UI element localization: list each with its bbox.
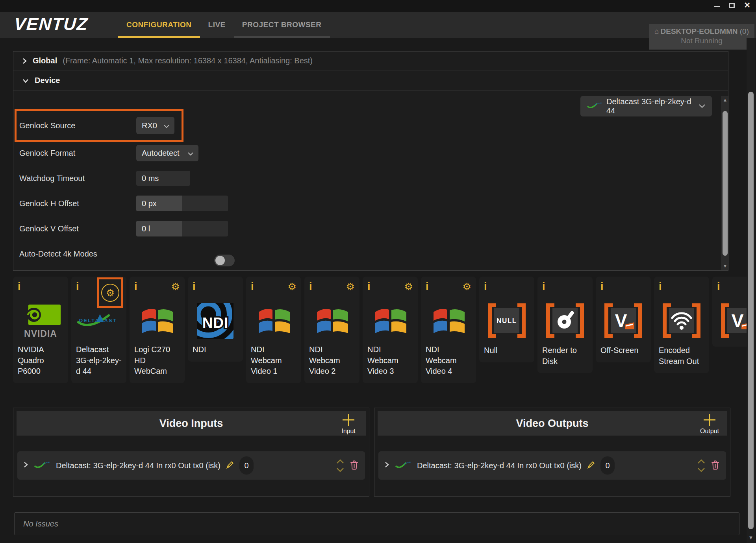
watchdog-timeout-input[interactable]: 0 ms [136, 171, 190, 186]
device-tile[interactable]: i V [712, 277, 747, 347]
chevron-down-icon[interactable] [336, 467, 345, 472]
section-global[interactable]: Global (Frame: Automatic 1, Max resoluti… [13, 52, 728, 70]
delete-trash-icon[interactable] [350, 460, 359, 471]
info-icon[interactable]: i [484, 281, 487, 292]
device-tile-label: NVIDIA Quadro P6000 [18, 344, 63, 377]
delete-trash-icon[interactable] [711, 460, 720, 471]
info-icon[interactable]: i [251, 281, 254, 292]
field-label: Genlock V Offset [19, 224, 79, 233]
device-selector-dropdown[interactable]: Deltacast 3G-elp-2key-d 44 [580, 96, 712, 116]
device-tile-ndi-webcam-video-4[interactable]: i⚙ NDI Webcam Video 4 [421, 277, 476, 383]
reorder-spinner[interactable] [336, 459, 345, 472]
settings-gear-icon[interactable]: ⚙ [346, 281, 355, 292]
settings-gear-icon[interactable]: ⚙ [463, 281, 471, 292]
settings-gear-button[interactable]: ⚙ [101, 284, 119, 302]
info-icon[interactable]: i [367, 281, 371, 292]
device-tile-null[interactable]: i NULLNull [479, 277, 534, 362]
info-icon[interactable]: i [134, 281, 137, 292]
info-icon[interactable]: i [542, 281, 545, 292]
scrollbar-thumb[interactable] [748, 92, 754, 529]
device-tile-ndi[interactable]: i NDI NDI [188, 277, 243, 362]
device-tile-nvidia-quadro-p6000[interactable]: i NVIDIANVIDIA Quadro P6000 [13, 277, 68, 383]
off-screen-icon: V [603, 303, 644, 340]
add-input-button[interactable]: Input [337, 413, 360, 435]
global-section-title: Global [33, 56, 57, 65]
minimize-icon[interactable] [714, 6, 720, 7]
section-device[interactable]: Device [13, 70, 728, 91]
info-icon[interactable]: i [309, 281, 312, 292]
device-tile-ndi-webcam-video-1[interactable]: i⚙ NDI Webcam Video 1 [246, 277, 301, 383]
info-icon[interactable]: i [76, 281, 79, 292]
scroll-down-icon[interactable]: ▼ [747, 535, 755, 541]
scrollbar-thumb[interactable] [723, 111, 728, 256]
device-tile-label: NDI Webcam Video 3 [367, 344, 413, 377]
machine-status-box[interactable]: ⌂DESKTOP-EOLDMMN (0) Not Running [649, 24, 754, 50]
genlock-format-dropdown[interactable]: Autodetect [136, 145, 198, 161]
video-input-row[interactable]: Deltacast: 3G-elp-2key-d 44 In rx0 Out t… [17, 451, 365, 480]
device-tile-ndi-webcam-video-2[interactable]: i⚙ NDI Webcam Video 2 [304, 277, 359, 383]
settings-gear-icon[interactable]: ⚙ [404, 281, 413, 292]
device-panel-scrollbar[interactable]: ▲ ▼ [721, 96, 729, 270]
status-message: No Issues [23, 519, 58, 528]
device-tile-label: Render to Disk [542, 345, 588, 367]
maximize-icon[interactable] [729, 3, 735, 8]
expand-chevron-icon[interactable] [24, 461, 28, 470]
device-tile-render-to-disk[interactable]: i Render to Disk [537, 277, 593, 373]
reorder-spinner[interactable] [697, 459, 706, 472]
edit-pencil-icon[interactable] [226, 460, 234, 471]
plus-icon [702, 413, 717, 427]
genlock-source-dropdown[interactable]: RX0 [136, 117, 174, 134]
expand-chevron-icon[interactable] [385, 461, 389, 470]
device-tile-label: NDI Webcam Video 2 [309, 344, 355, 377]
field-label: Watchdog Timeout [19, 174, 85, 183]
field-label: Auto-Detect 4k Modes [19, 249, 97, 259]
tab-configuration[interactable]: CONFIGURATION [118, 12, 200, 38]
info-icon[interactable]: i [600, 281, 604, 292]
device-tile-off-screen[interactable]: i VOff-Screen [596, 277, 651, 362]
settings-gear-icon[interactable]: ⚙ [288, 281, 296, 292]
stream-out-icon [661, 303, 702, 340]
video-outputs-title: Video Outputs [378, 411, 727, 436]
toggle-knob [215, 256, 225, 265]
device-tile-label: Logi C270 HD WebCam [134, 344, 180, 377]
chevron-down-icon[interactable] [697, 467, 706, 472]
device-tile-logi-c270-hd-webcam[interactable]: i⚙ Logi C270 HD WebCam [130, 277, 185, 383]
home-icon: ⌂ [654, 27, 659, 35]
video-output-row[interactable]: Deltacast: 3G-elp-2key-d 44 In rx0 Out t… [378, 451, 726, 480]
info-icon[interactable]: i [659, 281, 662, 292]
main-scrollbar[interactable]: ▼ [747, 38, 755, 543]
device-tile-deltacast-3g-elp-2key-d-44[interactable]: i ⚙ DELTACAST Deltacast 3G-elp-2key-d 44 [71, 277, 126, 383]
settings-gear-icon[interactable]: ⚙ [171, 281, 180, 292]
device-selector-value: Deltacast 3G-elp-2key-d 44 [606, 97, 695, 115]
chevron-up-icon[interactable] [697, 459, 706, 464]
video-output-name: Deltacast: 3G-elp-2key-d 44 In rx0 Out t… [417, 461, 582, 470]
windows-logo [430, 305, 467, 338]
field-label: Genlock H Offset [19, 199, 79, 208]
add-input-label: Input [337, 428, 360, 435]
device-tile-encoded-stream-out[interactable]: i Encoded Stream Out [654, 277, 709, 373]
settings-gear-icon[interactable]: ⚙ [106, 287, 115, 299]
machine-status: Not Running [649, 37, 754, 45]
info-icon[interactable]: i [193, 281, 196, 292]
genlock-v-offset-slider[interactable]: 0 l [136, 221, 228, 236]
video-input-name: Deltacast: 3G-elp-2key-d 44 In rx0 Out t… [56, 461, 220, 470]
nvidia-logo-text: NVIDIA [20, 329, 61, 339]
genlock-h-offset-slider[interactable]: 0 px [136, 196, 228, 211]
device-tile-ndi-webcam-video-3[interactable]: i⚙ NDI Webcam Video 3 [363, 277, 418, 383]
info-icon[interactable]: i [426, 281, 429, 292]
close-icon[interactable]: ✕ [744, 0, 750, 10]
chevron-down-icon [22, 78, 29, 83]
add-output-button[interactable]: Output [698, 413, 721, 435]
info-icon[interactable]: i [18, 281, 21, 292]
edit-pencil-icon[interactable] [587, 460, 595, 471]
scroll-down-icon[interactable]: ▼ [721, 263, 729, 269]
info-icon[interactable]: i [717, 281, 720, 292]
chevron-down-icon [187, 149, 194, 158]
tab-project-browser[interactable]: PROJECT BROWSER [234, 12, 330, 38]
chevron-up-icon[interactable] [336, 459, 345, 464]
device-tile-label: NDI Webcam Video 4 [426, 344, 471, 377]
scroll-up-icon[interactable]: ▲ [721, 97, 729, 103]
field-label: Genlock Source [19, 121, 75, 130]
auto-detect-4k-modes-toggle[interactable] [214, 255, 235, 266]
tab-live[interactable]: LIVE [200, 12, 234, 38]
